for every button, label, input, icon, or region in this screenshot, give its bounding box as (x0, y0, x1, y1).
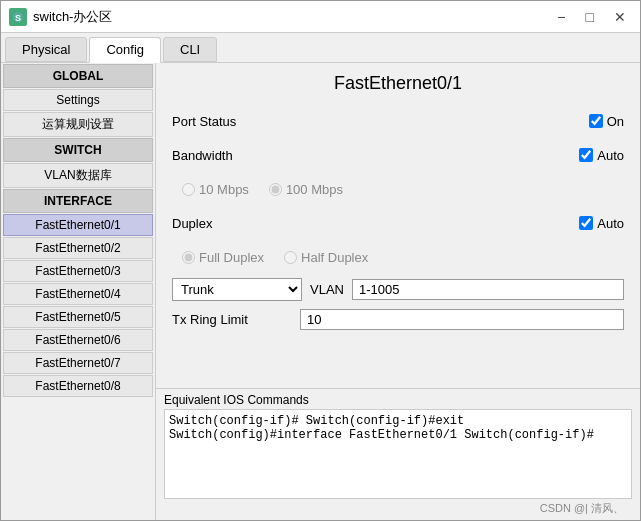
tab-physical[interactable]: Physical (5, 37, 87, 62)
port-status-row: Port Status On (172, 108, 624, 134)
bandwidth-checkbox[interactable] (579, 148, 593, 162)
ios-commands-label: Equivalent IOS Commands (164, 393, 632, 407)
duplex-checkbox[interactable] (579, 216, 593, 230)
full-duplex-radio[interactable] (182, 251, 195, 264)
vlan-label: VLAN (310, 282, 344, 297)
bandwidth-10-radio[interactable] (182, 183, 195, 196)
port-status-value: On (607, 114, 624, 129)
bandwidth-100-text: 100 Mbps (286, 182, 343, 197)
port-status-checkbox-label[interactable]: On (589, 114, 624, 129)
full-duplex-label[interactable]: Full Duplex (182, 250, 264, 265)
app-icon: S (9, 8, 27, 26)
close-button[interactable]: ✕ (608, 7, 632, 27)
maximize-button[interactable]: □ (580, 7, 600, 27)
sidebar: GLOBAL Settings 运算规则设置 SWITCH VLAN数据库 IN… (1, 63, 156, 520)
bandwidth-row: Bandwidth Auto (172, 142, 624, 168)
minimize-button[interactable]: − (551, 7, 571, 27)
watermark: CSDN @| 清风、 (164, 499, 632, 520)
full-duplex-text: Full Duplex (199, 250, 264, 265)
tx-ring-label: Tx Ring Limit (172, 312, 292, 327)
bandwidth-radio-row: 10 Mbps 100 Mbps (172, 176, 624, 202)
title-bar: S switch-办公区 − □ ✕ (1, 1, 640, 33)
trunk-select[interactable]: Trunk Access (172, 278, 302, 301)
tab-config[interactable]: Config (89, 37, 161, 63)
sidebar-section-switch: SWITCH (3, 138, 153, 162)
duplex-label: Duplex (172, 216, 292, 231)
sidebar-item-fe07[interactable]: FastEthernet0/7 (3, 352, 153, 374)
sidebar-scroll[interactable]: GLOBAL Settings 运算规则设置 SWITCH VLAN数据库 IN… (1, 63, 155, 520)
tab-cli[interactable]: CLI (163, 37, 217, 62)
interface-title: FastEthernet0/1 (172, 73, 624, 94)
window-controls: − □ ✕ (551, 7, 632, 27)
bandwidth-100-label[interactable]: 100 Mbps (269, 182, 343, 197)
bandwidth-10-text: 10 Mbps (199, 182, 249, 197)
bandwidth-10-label[interactable]: 10 Mbps (182, 182, 249, 197)
sidebar-section-interface: INTERFACE (3, 189, 153, 213)
half-duplex-radio[interactable] (284, 251, 297, 264)
sidebar-section-global: GLOBAL (3, 64, 153, 88)
vlan-input[interactable] (352, 279, 624, 300)
svg-text:S: S (15, 13, 21, 23)
duplex-row: Duplex Auto (172, 210, 624, 236)
port-status-right: On (292, 114, 624, 129)
duplex-value: Auto (597, 216, 624, 231)
sidebar-item-fe04[interactable]: FastEthernet0/4 (3, 283, 153, 305)
port-status-checkbox[interactable] (589, 114, 603, 128)
sidebar-item-settings[interactable]: Settings (3, 89, 153, 111)
sidebar-item-fe01[interactable]: FastEthernet0/1 (3, 214, 153, 236)
console-area[interactable]: Switch(config-if)# Switch(config-if)#exi… (164, 409, 632, 499)
bottom-section: Equivalent IOS Commands Switch(config-if… (156, 388, 640, 520)
bandwidth-label: Bandwidth (172, 148, 292, 163)
sidebar-item-fe02[interactable]: FastEthernet0/2 (3, 237, 153, 259)
sidebar-item-fe03[interactable]: FastEthernet0/3 (3, 260, 153, 282)
half-duplex-text: Half Duplex (301, 250, 368, 265)
config-panel: FastEthernet0/1 Port Status On Bandwidth (156, 63, 640, 388)
sidebar-item-fe05[interactable]: FastEthernet0/5 (3, 306, 153, 328)
tabs-bar: Physical Config CLI (1, 33, 640, 63)
sidebar-item-fe06[interactable]: FastEthernet0/6 (3, 329, 153, 351)
tx-ring-row: Tx Ring Limit (172, 309, 624, 330)
half-duplex-label[interactable]: Half Duplex (284, 250, 368, 265)
sidebar-item-fe08[interactable]: FastEthernet0/8 (3, 375, 153, 397)
vlan-row: Trunk Access VLAN (172, 278, 624, 301)
sidebar-item-rules[interactable]: 运算规则设置 (3, 112, 153, 137)
tx-ring-input[interactable] (300, 309, 624, 330)
port-status-label: Port Status (172, 114, 292, 129)
duplex-right: Auto (292, 216, 624, 231)
bandwidth-100-radio[interactable] (269, 183, 282, 196)
duplex-radio-row: Full Duplex Half Duplex (172, 244, 624, 270)
title-text: switch-办公区 (33, 8, 551, 26)
bandwidth-checkbox-label[interactable]: Auto (579, 148, 624, 163)
sidebar-item-vlan-db[interactable]: VLAN数据库 (3, 163, 153, 188)
bandwidth-value: Auto (597, 148, 624, 163)
duplex-radio-center: Full Duplex Half Duplex (172, 250, 624, 265)
main-window: S switch-办公区 − □ ✕ Physical Config CLI G… (0, 0, 641, 521)
duplex-checkbox-label[interactable]: Auto (579, 216, 624, 231)
bandwidth-radio-center: 10 Mbps 100 Mbps (172, 182, 624, 197)
bandwidth-right: Auto (292, 148, 624, 163)
main-content: GLOBAL Settings 运算规则设置 SWITCH VLAN数据库 IN… (1, 63, 640, 520)
